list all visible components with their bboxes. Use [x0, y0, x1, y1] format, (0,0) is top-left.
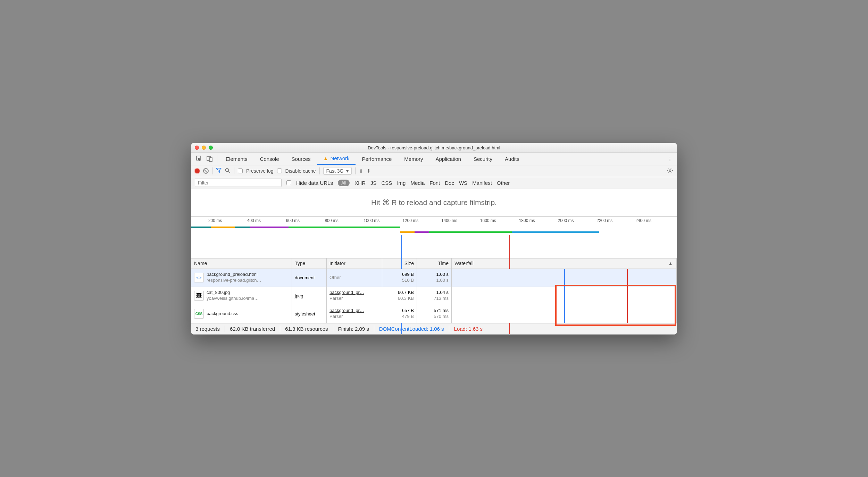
- filter-type-img[interactable]: Img: [397, 180, 406, 186]
- request-row[interactable]: < > background_preload.html responsive-p…: [191, 269, 677, 287]
- request-name: background_preload.html: [207, 272, 261, 278]
- request-time: 571 ms: [434, 308, 449, 314]
- filter-type-doc[interactable]: Doc: [445, 180, 454, 186]
- inspect-icon[interactable]: [194, 153, 205, 165]
- filter-type-xhr[interactable]: XHR: [354, 180, 366, 186]
- window-title: DevTools - responsive-preload.glitch.me/…: [191, 145, 677, 150]
- filter-toggle-icon[interactable]: [216, 167, 222, 174]
- hide-data-urls-label: Hide data URLs: [296, 180, 333, 186]
- timeline-overview[interactable]: 200 ms 400 ms 600 ms 800 ms 1000 ms 1200…: [191, 217, 677, 258]
- request-time-sub: 570 ms: [434, 314, 449, 320]
- timeline-tick: 600 ms: [286, 218, 300, 223]
- filter-type-manifest[interactable]: Manifest: [472, 180, 492, 186]
- warning-icon: ▲: [323, 155, 328, 161]
- separator: [374, 326, 374, 332]
- status-requests: 3 requests: [195, 326, 220, 332]
- tab-performance[interactable]: Performance: [356, 153, 398, 165]
- preserve-log-checkbox[interactable]: [238, 168, 243, 173]
- request-name: cat_800.jpg: [207, 290, 259, 296]
- request-table: < > background_preload.html responsive-p…: [191, 269, 677, 323]
- svg-line-4: [228, 171, 230, 173]
- request-size-sub: 60.3 KB: [398, 296, 414, 302]
- svg-point-3: [226, 168, 229, 171]
- overview-bar-row-1: [191, 225, 677, 230]
- html-file-icon: < >: [194, 273, 204, 282]
- separator: [449, 326, 449, 332]
- status-load: Load: 1.63 s: [454, 326, 483, 332]
- css-file-icon: CSS: [194, 309, 204, 319]
- tab-label: Console: [260, 156, 279, 162]
- request-size-sub: 479 B: [402, 314, 414, 320]
- panel-tab-strip: Elements Console Sources ▲ Network Perfo…: [191, 153, 677, 165]
- tab-label: Performance: [362, 156, 392, 162]
- disable-cache-label: Disable cache: [285, 168, 316, 174]
- request-initiator[interactable]: background_pr…: [329, 290, 364, 296]
- filter-type-css[interactable]: CSS: [382, 180, 392, 186]
- tab-console[interactable]: Console: [254, 153, 285, 165]
- tab-security[interactable]: Security: [467, 153, 499, 165]
- tab-label: Network: [330, 155, 349, 161]
- request-row[interactable]: 🖼 cat_800.jpg yoavweiss.github.io/ima… j…: [191, 287, 677, 305]
- sort-arrow-icon: ▲: [668, 261, 673, 266]
- tab-audits[interactable]: Audits: [499, 153, 526, 165]
- request-name: background.css: [207, 311, 238, 317]
- network-toolbar: Preserve log Disable cache Fast 3G ▾ ⬆ ⬇: [191, 165, 677, 177]
- col-header-waterfall[interactable]: Waterfall▲: [452, 258, 677, 269]
- throttling-value: Fast 3G: [326, 168, 344, 174]
- separator: [225, 326, 225, 332]
- separator: [355, 167, 356, 174]
- request-row[interactable]: CSS background.css stylesheet background…: [191, 305, 677, 323]
- timeline-tick: 400 ms: [247, 218, 261, 223]
- tab-elements[interactable]: Elements: [219, 153, 254, 165]
- filter-input[interactable]: [195, 179, 282, 187]
- tab-label: Elements: [226, 156, 248, 162]
- device-toggle-icon[interactable]: [205, 153, 215, 165]
- record-button[interactable]: [195, 168, 200, 173]
- status-dcl: DOMContentLoaded: 1.06 s: [379, 326, 444, 332]
- status-resources: 61.3 KB resources: [285, 326, 328, 332]
- tab-label: Memory: [404, 156, 423, 162]
- request-domain: responsive-preload.glitch…: [207, 278, 261, 283]
- chevron-down-icon: ▾: [346, 168, 349, 174]
- filter-type-all[interactable]: All: [338, 180, 350, 186]
- clear-icon[interactable]: [203, 168, 209, 174]
- tab-application[interactable]: Application: [429, 153, 467, 165]
- download-har-icon[interactable]: ⬇: [367, 168, 371, 174]
- request-domain: yoavweiss.github.io/ima…: [207, 296, 259, 302]
- filter-type-font[interactable]: Font: [429, 180, 440, 186]
- request-type: document: [295, 275, 315, 280]
- search-icon[interactable]: [225, 168, 231, 174]
- filter-type-js[interactable]: JS: [370, 180, 377, 186]
- tab-memory[interactable]: Memory: [398, 153, 429, 165]
- svg-rect-2: [209, 158, 212, 162]
- timeline-tick: 2000 ms: [558, 218, 574, 223]
- request-type: stylesheet: [295, 311, 315, 316]
- status-bar: 3 requests 62.0 KB transferred 61.3 KB r…: [191, 323, 677, 334]
- tab-label: Application: [436, 156, 461, 162]
- request-time-sub: 1.00 s: [436, 278, 449, 283]
- status-transferred: 62.0 KB transferred: [230, 326, 275, 332]
- timeline-tick: 1600 ms: [480, 218, 496, 223]
- disable-cache-checkbox[interactable]: [277, 168, 282, 173]
- devtools-window: DevTools - responsive-preload.glitch.me/…: [191, 143, 677, 335]
- request-initiator[interactable]: background_pr…: [329, 308, 364, 314]
- request-size: 657 B: [402, 308, 414, 314]
- image-file-icon: 🖼: [194, 291, 204, 301]
- tab-label: Audits: [505, 156, 519, 162]
- filter-type-other[interactable]: Other: [497, 180, 510, 186]
- titlebar: DevTools - responsive-preload.glitch.me/…: [191, 143, 677, 153]
- more-menu-icon[interactable]: ⋮: [666, 153, 674, 165]
- status-finish: Finish: 2.09 s: [338, 326, 369, 332]
- separator: [234, 167, 234, 174]
- throttling-select[interactable]: Fast 3G ▾: [323, 167, 352, 175]
- hide-data-urls-checkbox[interactable]: [286, 180, 291, 185]
- settings-icon[interactable]: [667, 167, 673, 175]
- separator: [280, 326, 280, 332]
- tab-network[interactable]: ▲ Network: [317, 153, 356, 165]
- timeline-tick: 200 ms: [208, 218, 222, 223]
- upload-har-icon[interactable]: ⬆: [359, 168, 363, 174]
- filter-type-ws[interactable]: WS: [459, 180, 467, 186]
- tab-sources[interactable]: Sources: [285, 153, 317, 165]
- filter-type-media[interactable]: Media: [410, 180, 425, 186]
- request-size: 60.7 KB: [398, 290, 414, 296]
